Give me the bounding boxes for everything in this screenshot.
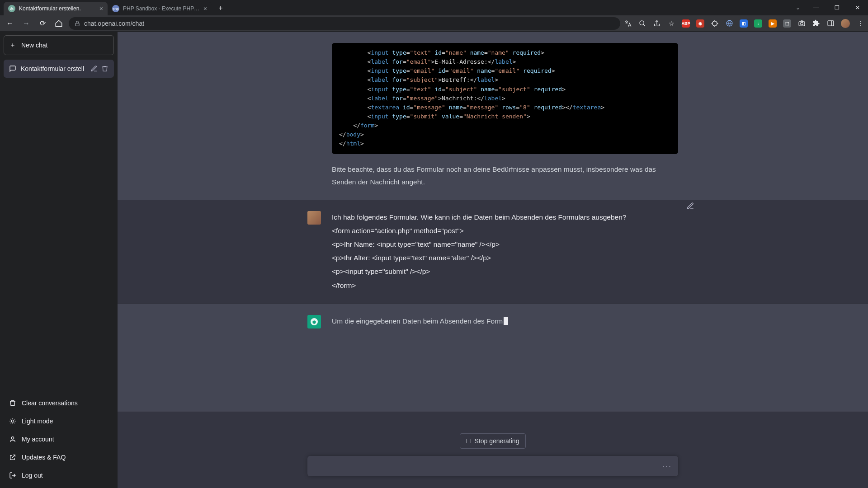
back-button[interactable]: ← [4,17,16,30]
svg-point-14 [11,437,14,439]
code-block-html[interactable]: <input type="text" id="name" name="name"… [332,43,678,154]
new-tab-button[interactable]: + [214,2,227,14]
input-area: Stop generating ··· [118,433,868,488]
translate-icon[interactable] [624,19,632,28]
tab-title: Kontaktformular erstellen. [19,5,96,12]
tab-chatgpt[interactable]: ✻ Kontaktformular erstellen. × [4,2,108,15]
chat-input-container[interactable]: ··· [307,456,678,476]
extension-blue-icon[interactable]: ◧ [740,19,748,28]
svg-rect-0 [75,23,79,26]
user-avatar-icon [307,211,321,225]
clear-label: Clear conversations [22,399,78,407]
extension-orange-icon[interactable]: ▶ [769,19,777,28]
url-field[interactable]: chat.openai.com/chat [69,17,620,30]
zoom-icon[interactable] [638,19,646,28]
user-icon [9,436,16,443]
user-code-line: <p>Ihr Alter: <input type="text" name="a… [332,252,678,264]
chat-bubble-icon [9,65,16,72]
svg-point-10 [800,22,803,25]
sidebar: ＋ New chat Kontaktformular erstell Clear… [0,32,118,488]
tab-title: PHP Sandbox - Execute PHP cod [123,5,200,12]
assistant-avatar-icon [307,315,321,328]
tab-php-sandbox[interactable]: php PHP Sandbox - Execute PHP cod × [108,2,212,15]
sun-icon [9,418,16,425]
chevron-down-icon[interactable]: ⌄ [796,5,800,11]
minimize-button[interactable]: — [806,0,826,15]
close-tab-icon[interactable]: × [203,5,207,12]
chat-item-title: Kontaktformular erstell [21,65,86,72]
close-window-button[interactable]: ✕ [847,0,868,15]
edit-message-icon[interactable] [686,202,694,210]
stop-square-icon [467,439,471,443]
trash-icon [9,399,16,407]
svg-point-13 [11,420,14,422]
my-account-button[interactable]: My account [4,430,114,448]
close-tab-icon[interactable]: × [99,5,103,12]
assistant-note-text: Bitte beachte, dass du das Formular noch… [332,163,678,189]
new-chat-button[interactable]: ＋ New chat [4,35,114,55]
conversation-scroll[interactable]: <input type="text" id="name" name="name"… [118,32,868,488]
forward-button[interactable]: → [20,17,33,30]
user-code-line: <p>Ihr Name: <input type="text" name="na… [332,238,678,250]
app-root: ＋ New chat Kontaktformular erstell Clear… [0,32,868,488]
url-text: chat.openai.com/chat [84,20,615,27]
new-chat-label: New chat [21,42,47,49]
profile-avatar-icon[interactable] [841,19,850,28]
logout-icon [9,472,16,479]
extension-gray-icon[interactable]: ⬚ [783,19,791,28]
account-label: My account [22,436,54,443]
user-question-text: Ich hab folgendes Formular. Wie kann ich… [332,211,678,223]
external-link-icon [9,454,16,461]
assistant-generating-text: Um die eingegebenen Daten beim Absenden … [332,317,503,325]
extension-globe-icon[interactable] [725,19,733,28]
svg-point-3 [712,21,717,26]
light-mode-label: Light mode [22,418,53,425]
typing-cursor-icon [504,317,508,325]
lock-icon [74,20,80,27]
chat-item-kontaktformular[interactable]: Kontaktformular erstell [4,60,114,78]
stop-label: Stop generating [475,437,519,445]
address-bar: ← → ⟳ chat.openai.com/chat ☆ ABP ◉ ◧ ↓ ▶… [0,15,868,32]
trash-icon[interactable] [101,65,108,72]
maximize-button[interactable]: ❐ [826,0,847,15]
extension-ublock-icon[interactable]: ◉ [696,19,704,28]
extension-circle-icon[interactable] [711,19,719,28]
plus-icon: ＋ [9,41,16,49]
edit-icon[interactable] [90,65,98,72]
chat-list: Kontaktformular erstell [4,60,114,392]
logout-label: Log out [22,472,43,479]
message-assistant-1: <input type="text" id="name" name="name"… [118,32,868,200]
message-actions [686,202,694,212]
user-code-line: <p><input type="submit" /></p> [332,265,678,277]
sidebar-footer: Clear conversations Light mode My accoun… [4,392,114,484]
reload-button[interactable]: ⟳ [36,17,49,30]
message-body: Ich hab folgendes Formular. Wie kann ich… [332,211,678,293]
send-icon[interactable]: ··· [662,461,672,471]
php-favicon-icon: php [112,5,119,12]
window-controls: — ❐ ✕ [806,0,868,15]
side-panel-icon[interactable] [826,19,835,28]
message-body: Um die eingegebenen Daten beim Absenden … [332,315,678,328]
share-icon[interactable] [653,19,661,28]
tab-strip: ✻ Kontaktformular erstellen. × php PHP S… [4,2,227,15]
stop-generating-button[interactable]: Stop generating [460,433,526,449]
home-button[interactable] [52,17,65,30]
message-body: <input type="text" id="name" name="name"… [332,43,678,189]
chat-input-field[interactable] [314,462,662,470]
extensions-puzzle-icon[interactable] [812,19,820,28]
logout-button[interactable]: Log out [4,466,114,484]
updates-faq-button[interactable]: Updates & FAQ [4,448,114,466]
clear-conversations-button[interactable]: Clear conversations [4,394,114,412]
extension-camera-icon[interactable] [797,19,806,28]
bookmark-star-icon[interactable]: ☆ [667,19,675,28]
light-mode-button[interactable]: Light mode [4,412,114,430]
toolbar-icons: ☆ ABP ◉ ◧ ↓ ▶ ⬚ ⋮ [624,19,864,28]
user-code-line: <form action="action.php" method="post"> [332,225,678,237]
extension-green-icon[interactable]: ↓ [754,19,762,28]
extension-abp-icon[interactable]: ABP [682,19,690,28]
svg-line-2 [643,24,645,26]
message-user-1: Ich hab folgendes Formular. Wie kann ich… [118,200,868,304]
message-assistant-2: Um die eingegebenen Daten beim Absenden … [118,304,868,412]
svg-rect-11 [828,21,834,26]
menu-dots-icon[interactable]: ⋮ [856,19,864,28]
